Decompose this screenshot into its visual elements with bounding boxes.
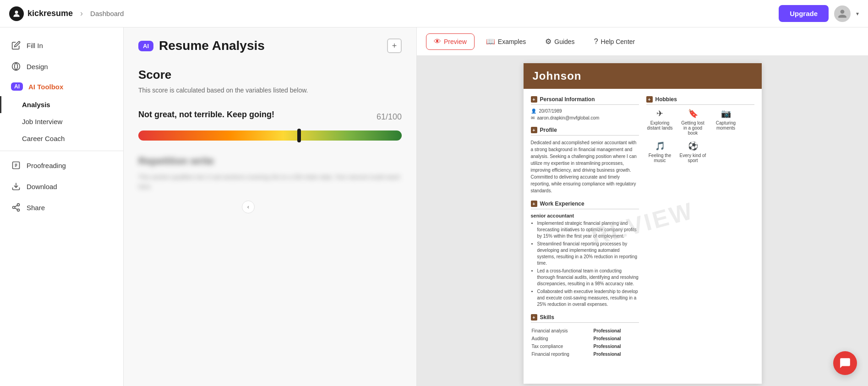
sidebar-sub-analysis[interactable]: Analysis [0, 96, 123, 113]
add-button[interactable]: + [387, 38, 402, 53]
sidebar-item-download[interactable]: Download [0, 176, 123, 197]
personal-plus: + [531, 96, 537, 103]
preview-icon: 👁 [434, 38, 441, 46]
tab-help-center[interactable]: ? Help Center [586, 33, 643, 50]
right-tabs: 👁 Preview 📖 Examples ⚙ Guides ? Help Cen… [417, 27, 868, 56]
design-icon [11, 61, 21, 71]
score-description: This score is calculated based on the va… [138, 86, 402, 95]
music-icon: 🎵 [655, 141, 665, 151]
work-title: Work Experience [540, 201, 584, 207]
logo-icon [9, 6, 24, 21]
skills-plus: + [531, 314, 537, 321]
travel-icon: ✈ [656, 109, 663, 119]
score-section: Score This score is calculated based on … [138, 68, 402, 192]
main-layout: Fill In Design AI AI Toolbox Analysis Jo… [0, 27, 868, 386]
skills-section-header: + Skills [531, 314, 639, 323]
work-bullet-4: Collaborated with executive leadership t… [537, 288, 639, 308]
tab-preview[interactable]: 👁 Preview [426, 33, 475, 50]
blurred-text: This section qualifies into 3 sub-sectio… [138, 173, 402, 192]
help-icon: ? [594, 38, 598, 46]
sport-icon: ⚽ [688, 141, 698, 151]
hobbies-title: Hobbies [655, 96, 677, 103]
breadcrumb-separator: › [80, 9, 83, 18]
hobbies-section-header: + Hobbies [646, 96, 754, 105]
collapse-sidebar-button[interactable]: ‹ [242, 201, 255, 213]
logo[interactable]: kickresume [9, 6, 73, 21]
preview-label: Preview [444, 38, 467, 45]
work-section: + Work Experience senior accountant Impl… [531, 201, 639, 308]
music-label: Feeling the music [646, 153, 674, 163]
tab-guides[interactable]: ⚙ Guides [537, 33, 582, 50]
profile-section-header: + Profile [531, 127, 639, 136]
sidebar-item-share[interactable]: Share [0, 197, 123, 218]
center-ai-badge: AI [138, 41, 153, 51]
fill-in-icon [11, 40, 21, 50]
personal-section: + Personal Information 👤 20/07/1989 ✉ aa… [531, 96, 639, 120]
chat-bubble-button[interactable] [833, 351, 857, 375]
work-position: senior accountant [531, 213, 639, 218]
fill-in-label: Fill In [27, 42, 43, 49]
sidebar-item-proofreading[interactable]: Proofreading [0, 155, 123, 176]
download-icon [11, 181, 21, 191]
resume-document: Johnson + Personal Information � [524, 63, 762, 384]
reading-icon: 🔖 [688, 109, 698, 119]
svg-point-1 [12, 63, 20, 71]
hobby-music: 🎵 Feeling the music [646, 141, 674, 163]
resume-two-col: + Personal Information 👤 20/07/1989 ✉ aa… [531, 96, 754, 365]
examples-label: Examples [498, 38, 526, 45]
photography-label: Capturing moments [712, 120, 740, 130]
share-label: Share [27, 204, 45, 212]
work-section-header: + Work Experience [531, 201, 639, 209]
center-content: Score This score is calculated based on … [124, 60, 416, 386]
hobby-sport: ⚽ Every kind of sport [679, 141, 707, 163]
help-center-label: Help Center [601, 38, 635, 45]
center-panel-wrapper: AI Resume Analysis + Score This score is… [124, 27, 417, 386]
work-bullet-1: Implemented strategic financial planning… [537, 220, 639, 239]
dob-icon: 👤 [531, 109, 536, 114]
blurred-title: Repetition write [138, 155, 402, 167]
design-label: Design [27, 63, 48, 71]
hobby-photography: 📷 Capturing moments [712, 109, 740, 136]
sidebar-item-design[interactable]: Design [0, 56, 123, 77]
sidebar: Fill In Design AI AI Toolbox Analysis Jo… [0, 27, 124, 386]
hobby-travel: ✈ Exploring distant lands [646, 109, 674, 136]
work-bullets: Implemented strategic financial planning… [531, 220, 639, 308]
svg-point-4 [13, 207, 15, 209]
score-label: Not great, not terrible. Keep going! [138, 110, 274, 120]
profile-title: Profile [540, 127, 557, 133]
tab-examples[interactable]: 📖 Examples [478, 33, 534, 50]
breadcrumb[interactable]: Dashboard [90, 10, 124, 17]
guides-icon: ⚙ [545, 37, 551, 46]
profile-section: + Profile Dedicated and accomplished sen… [531, 127, 639, 194]
score-progress-bar [138, 130, 402, 141]
sidebar-sub-career-coach[interactable]: Career Coach [0, 130, 123, 147]
resume-body: + Personal Information 👤 20/07/1989 ✉ aa… [524, 89, 762, 372]
upgrade-button[interactable]: Upgrade [779, 5, 829, 22]
personal-email: ✉ aaron.drapkin@mvfglobal.com [531, 115, 639, 120]
share-icon [11, 202, 21, 212]
career-coach-label: Career Coach [22, 135, 65, 142]
hobby-reading: 🔖 Getting lost in a good book [679, 109, 707, 136]
sport-label: Every kind of sport [679, 153, 707, 163]
work-plus: + [531, 201, 537, 207]
travel-label: Exploring distant lands [646, 120, 674, 130]
guides-label: Guides [554, 38, 574, 45]
resume-analysis-title: Resume Analysis [159, 38, 265, 53]
personal-title: Personal Information [540, 96, 595, 103]
skill-row-1: Financial analysisProfessional [532, 327, 638, 334]
avatar[interactable] [834, 5, 851, 22]
hobbies-grid: ✈ Exploring distant lands 🔖 Getting lost… [646, 109, 754, 163]
sidebar-divider [0, 151, 123, 151]
examples-icon: 📖 [486, 37, 495, 46]
profile-text: Dedicated and accomplished senior accoun… [531, 139, 639, 194]
right-panel: 👁 Preview 📖 Examples ⚙ Guides ? Help Cen… [417, 27, 868, 386]
work-bullet-2: Streamlined financial reporting processe… [537, 241, 639, 266]
proofreading-icon [11, 160, 21, 170]
sidebar-item-fill-in[interactable]: Fill In [0, 35, 123, 56]
hobbies-plus: + [646, 96, 653, 103]
sidebar-item-ai-toolbox[interactable]: AI AI Toolbox [0, 77, 123, 96]
center-title: AI Resume Analysis [138, 38, 265, 53]
sidebar-sub-job-interview[interactable]: Job Interview [0, 113, 123, 130]
svg-point-3 [17, 204, 20, 206]
account-chevron[interactable]: ▾ [856, 11, 859, 17]
